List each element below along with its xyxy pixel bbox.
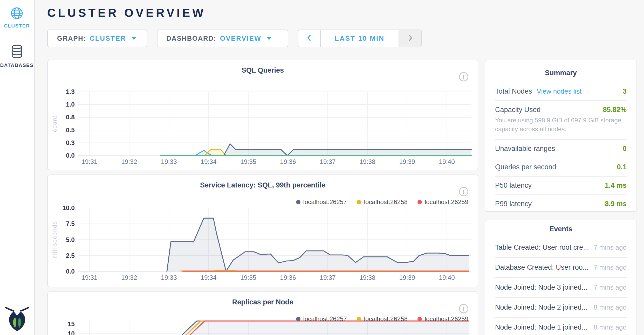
graph-dropdown[interactable]: GRAPH: CLUSTER [47,30,147,47]
dashboard-dropdown-label: DASHBOARD: [166,34,216,43]
legend-item[interactable]: localhost:26258 [357,198,408,206]
chevron-right-icon [407,34,413,43]
event-time: 7 mins ago [594,283,627,291]
sidebar-item-cluster[interactable]: CLUSTER [0,7,34,29]
legend-item[interactable]: localhost:26257 [296,315,347,323]
time-range-button[interactable]: LAST 10 MIN [321,30,399,47]
svg-text:19:32: 19:32 [121,274,137,281]
svg-text:19:37: 19:37 [320,274,335,281]
info-icon[interactable] [459,187,468,196]
summary-value: 8.9 ms [605,200,627,208]
graph-dropdown-value: CLUSTER [90,34,126,43]
svg-text:0.5: 0.5 [66,127,75,134]
svg-text:1.3: 1.3 [66,88,75,95]
sql-queries-chart[interactable]: 19:3119:3219:3319:3419:3519:3619:3719:38… [48,60,478,170]
sql-queries-chart-card: 19:3119:3219:3319:3419:3519:3619:3719:38… [47,60,478,170]
svg-text:19:36: 19:36 [280,158,296,165]
dashboard-dropdown[interactable]: DASHBOARD: OVERVIEW [157,30,288,47]
svg-text:1.0: 1.0 [66,101,75,108]
svg-text:7.5: 7.5 [66,220,75,227]
summary-label: Unavailable ranges [495,145,555,153]
summary-row-qps: Queries per second 0.1 [495,158,627,177]
legend-label: localhost:26259 [425,315,468,323]
event-row: Node Joined: Node 1 joined... 8 mins ago [495,318,627,335]
sidebar-item-databases[interactable]: DATABASES [0,44,34,68]
events-panel: Events Table Created: User root cre... 7… [485,220,637,335]
event-row: Database Created: User roo... 7 mins ago [495,258,627,278]
chevron-down-icon [266,37,272,40]
time-next-button[interactable] [399,30,421,47]
view-nodes-list-link[interactable]: View nodes list [537,87,582,95]
event-row: Table Created: User root cre... 7 mins a… [495,238,627,258]
database-icon [10,55,24,60]
summary-label: P99 latency [495,200,532,208]
svg-text:0.8: 0.8 [66,114,75,121]
summary-label: P50 latency [495,182,532,190]
chevron-down-icon [131,37,136,40]
legend-dot-icon [417,317,422,321]
legend-item[interactable]: localhost:26259 [417,315,468,323]
sidebar-item-label: DATABASES [0,62,34,68]
svg-text:0.0: 0.0 [66,268,75,275]
svg-text:19:33: 19:33 [161,158,177,165]
legend-dot-icon [357,317,361,321]
events-title: Events [485,220,636,233]
svg-text:10: 10 [68,330,75,335]
event-time: 8 mins ago [594,323,627,331]
summary-row-p99: P99 latency 8.9 ms [495,195,627,213]
svg-text:5.0: 5.0 [66,236,75,243]
svg-text:19:39: 19:39 [399,158,415,165]
dashboard-dropdown-value: OVERVIEW [220,34,262,43]
event-time: 7 mins ago [594,263,627,271]
svg-text:19:40: 19:40 [439,274,455,281]
chart-legend: localhost:26257localhost:26258localhost:… [296,198,468,206]
svg-text:2.5: 2.5 [66,252,75,259]
event-text: Node Joined: Node 1 joined... [495,323,587,331]
legend-label: localhost:26259 [425,198,468,206]
events-list: Table Created: User root cre... 7 mins a… [495,238,627,335]
info-icon[interactable] [459,304,468,313]
summary-row-total-nodes: Total NodesView nodes list 3 [495,82,627,101]
event-text: Table Created: User root cre... [495,243,588,252]
time-range-label: LAST 10 MIN [335,34,385,43]
service-latency-chart[interactable]: 19:3119:3219:3319:3419:3519:3619:3719:38… [48,175,478,287]
svg-text:19:31: 19:31 [81,274,97,281]
time-prev-button[interactable] [298,30,321,47]
summary-rows: Total NodesView nodes list 3 Capacity Us… [495,82,627,213]
summary-value: 0 [623,145,627,153]
summary-value: 3 [623,87,627,95]
svg-text:19:31: 19:31 [81,158,97,165]
globe-icon [10,16,23,20]
sidebar: CLUSTER DATABASES [0,0,35,335]
legend-item[interactable]: localhost:26258 [357,315,408,323]
svg-text:19:33: 19:33 [161,274,177,281]
summary-panel: Summary Total NodesView nodes list 3 Cap… [485,60,637,212]
legend-dot-icon [296,317,300,321]
legend-label: localhost:26257 [303,315,347,323]
service-latency-chart-card: 19:3119:3219:3319:3419:3519:3619:3719:38… [47,175,478,287]
info-icon[interactable] [459,72,468,81]
svg-text:19:38: 19:38 [359,158,375,165]
legend-item[interactable]: localhost:26259 [417,198,468,206]
cockroachdb-logo[interactable] [5,305,30,333]
graph-dropdown-label: GRAPH: [57,34,86,43]
summary-row-capacity: Capacity Used 85.82% You are using 598.9… [495,101,627,140]
svg-text:19:34: 19:34 [201,158,216,165]
svg-text:10.0: 10.0 [62,204,75,211]
sidebar-item-label: CLUSTER [0,23,34,29]
svg-text:19:34: 19:34 [201,274,216,281]
svg-text:0.0: 0.0 [66,152,75,159]
legend-label: localhost:26257 [303,198,347,206]
chart-title: Replicas per Node [48,298,478,306]
summary-value: 85.82% [603,106,627,114]
page-title: CLUSTER OVERVIEW [47,6,206,20]
event-row: Node Joined: Node 2 joined... 8 mins ago [495,298,627,318]
summary-label: Queries per second [495,163,556,171]
legend-label: localhost:26258 [364,315,408,323]
svg-text:19:39: 19:39 [399,274,415,281]
legend-item[interactable]: localhost:26257 [296,198,347,206]
chart-legend: localhost:26257localhost:26258localhost:… [296,315,468,323]
summary-label: Capacity Used [495,106,541,114]
svg-text:milliseconds: milliseconds [51,221,58,259]
svg-text:0.3: 0.3 [66,139,75,146]
